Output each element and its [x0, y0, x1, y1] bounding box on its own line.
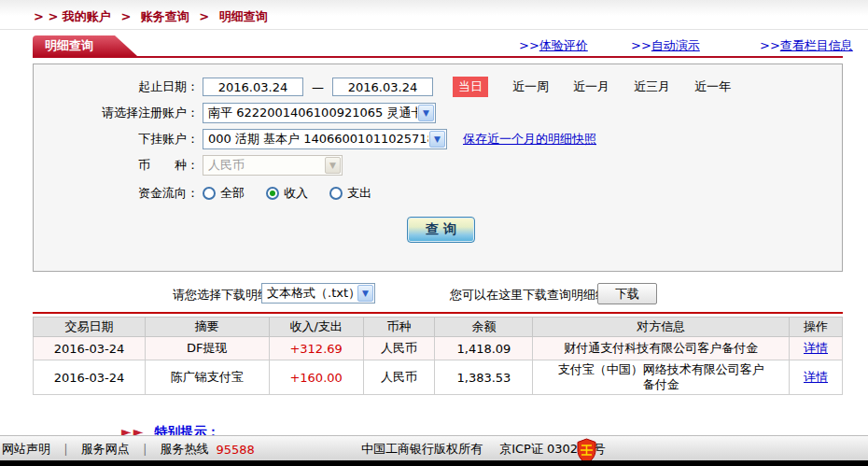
header-date: 交易日期: [34, 318, 146, 337]
footer-link-site-statement[interactable]: 网站声明: [2, 441, 50, 458]
table-header-row: 交易日期 摘要 收入/支出 币种 余额 对方信息 操作: [34, 318, 843, 337]
download-button[interactable]: 下载: [597, 283, 657, 304]
sub-account-label: 下挂账户：: [34, 131, 199, 148]
date-dash: —: [312, 80, 324, 94]
flow-option-income[interactable]: 收入: [266, 185, 308, 202]
cell-currency: 人民币: [363, 360, 435, 395]
link-experience-rating[interactable]: >>体验评价: [519, 37, 588, 54]
currency-value: 人民币: [203, 157, 324, 174]
footer-link-service-branches[interactable]: 服务网点: [81, 441, 130, 458]
flow-option-label: 全部: [220, 185, 245, 202]
breadcrumb-prefix: > >: [34, 9, 58, 23]
cell-amount: +312.69: [269, 337, 363, 360]
registered-account-label: 请选择注册账户：: [34, 105, 199, 121]
cell-summary: DF提现: [145, 337, 269, 360]
selected-account-value: 南平 6222001406100921065 灵通卡: [203, 105, 417, 121]
chevron-down-icon[interactable]: ▼: [429, 131, 445, 148]
cell-currency: 人民币: [363, 337, 435, 360]
radio-icon[interactable]: [203, 187, 216, 200]
footer-links: 网站声明 ｜ 服务网点 ｜ 服务热线 95588: [2, 441, 255, 458]
header-balance: 余额: [435, 318, 533, 337]
currency-label: 币 种：: [34, 157, 199, 174]
date-from-input[interactable]: [203, 78, 303, 96]
breadcrumb: > > 我的账户 > 账务查询 > 明细查询: [34, 8, 268, 25]
download-format-select[interactable]: 文本格式（.txt） ▼: [261, 283, 375, 304]
chevron-down-icon[interactable]: ▼: [418, 105, 434, 121]
detail-link[interactable]: 详情: [804, 341, 828, 355]
header-summary: 摘要: [145, 318, 269, 337]
breadcrumb-detail-query[interactable]: 明细查询: [219, 9, 268, 23]
date-range-label: 起止日期：: [34, 78, 199, 95]
breadcrumb-my-account[interactable]: 我的账户: [63, 9, 111, 23]
link-text: 查看栏目信息: [780, 38, 853, 52]
footer-divider: ｜: [60, 441, 72, 458]
link-view-column-info[interactable]: >>查看栏目信息: [760, 37, 853, 54]
tab-underline: [33, 56, 843, 58]
sub-account-select[interactable]: 000 活期 基本户 1406600101102571848 ▼: [203, 129, 447, 149]
cell-summary: 陈广锦支付宝: [145, 360, 269, 395]
breadcrumb-account-query[interactable]: 账务查询: [141, 9, 189, 23]
header-currency: 币种: [363, 318, 435, 337]
transaction-table: 交易日期 摘要 收入/支出 币种 余额 对方信息 操作 2016-03-24 D…: [33, 317, 843, 395]
cell-amount: +160.00: [269, 360, 363, 395]
registered-account-select[interactable]: 南平 6222001406100921065 灵通卡 ▼: [203, 103, 436, 123]
registered-account-row: 请选择注册账户： 南平 6222001406100921065 灵通卡 ▼: [34, 103, 842, 123]
icbc-detail-query-page: > > 我的账户 > 账务查询 > 明细查询 明细查询 >>体验评价 >>自动演…: [0, 0, 868, 466]
cell-date: 2016-03-24: [34, 337, 146, 360]
fund-flow-label: 资金流向：: [34, 185, 199, 202]
table-row: 2016-03-24 DF提现 +312.69 人民币 1,418.09 财付通…: [34, 337, 843, 360]
radio-checked-icon[interactable]: [266, 187, 279, 200]
cell-balance: 1,418.09: [435, 337, 533, 360]
query-form-panel: 起止日期： — 当日 近一周 近一月 近三月 近一年 请选择注册账户： 南平 6…: [33, 64, 843, 272]
copyright-text: 中国工商银行版权所有: [361, 442, 483, 456]
link-text: 体验评价: [539, 38, 588, 52]
link-text: 自动演示: [651, 38, 700, 52]
download-hint: 您可以在这里下载查询明细结果: [450, 287, 620, 304]
section-tab-detail-query: 明细查询: [33, 35, 137, 56]
range-today-button[interactable]: 当日: [453, 77, 488, 97]
range-last-month[interactable]: 近一月: [573, 78, 609, 95]
flow-option-label: 收入: [284, 185, 308, 202]
chevron-down-icon[interactable]: ▼: [357, 285, 373, 302]
range-last-week[interactable]: 近一周: [512, 78, 549, 95]
breadcrumb-separator: >: [199, 9, 209, 23]
range-last-year[interactable]: 近一年: [694, 78, 731, 95]
range-last-3-months[interactable]: 近三月: [634, 78, 670, 95]
footer-hotline-number: 95588: [216, 443, 254, 457]
cell-counterparty: 支付宝（中国）网络技术有限公司客户备付金: [533, 360, 790, 395]
query-button[interactable]: 查 询: [407, 217, 475, 243]
date-to-input[interactable]: [332, 78, 433, 96]
cell-counterparty: 财付通支付科技有限公司客户备付金: [533, 337, 790, 360]
breadcrumb-separator: >: [120, 9, 131, 23]
table-top-red-line: [33, 312, 843, 314]
table-row: 2016-03-24 陈广锦支付宝 +160.00 人民币 1,383.53 支…: [34, 360, 843, 395]
footer-divider: ｜: [139, 441, 151, 458]
cell-balance: 1,383.53: [435, 360, 533, 395]
link-arrows: >>: [519, 38, 539, 52]
footer-copyright: 中国工商银行版权所有 京ICP证 030247号: [361, 441, 606, 458]
flow-option-expense[interactable]: 支出: [329, 185, 371, 202]
cell-date: 2016-03-24: [34, 360, 146, 395]
link-auto-demo[interactable]: >>自动演示: [631, 37, 700, 54]
sub-account-row: 下挂账户： 000 活期 基本户 1406600101102571848 ▼ 保…: [34, 129, 842, 149]
currency-row: 币 种： 人民币 ▼: [34, 155, 842, 176]
download-format-value: 文本格式（.txt）: [262, 285, 357, 302]
save-snapshot-link[interactable]: 保存近一个月的明细快照: [463, 131, 596, 148]
chevron-down-icon: ▼: [325, 157, 341, 174]
header-amount: 收入/支出: [269, 318, 363, 337]
header-action: 操作: [790, 318, 843, 337]
footer-hotline-label: 服务热线: [160, 441, 208, 458]
flow-option-all[interactable]: 全部: [203, 185, 245, 202]
radio-icon[interactable]: [329, 187, 343, 200]
fund-flow-row: 资金流向： 全部 收入 支出: [34, 183, 842, 204]
link-arrows: >>: [631, 38, 651, 52]
footer: 网站声明 ｜ 服务网点 ｜ 服务热线 95588 中国工商银行版权所有 京ICP…: [0, 435, 868, 460]
currency-select-disabled: 人民币 ▼: [203, 155, 343, 176]
detail-link[interactable]: 详情: [804, 370, 828, 384]
bottom-black-bar: [0, 460, 868, 466]
date-range-row: 起止日期： — 当日 近一周 近一月 近三月 近一年: [34, 77, 842, 97]
flow-option-label: 支出: [347, 185, 371, 202]
link-arrows: >>: [760, 38, 780, 52]
selected-sub-account-value: 000 活期 基本户 1406600101102571848: [203, 131, 428, 148]
header-counterparty: 对方信息: [533, 318, 790, 337]
